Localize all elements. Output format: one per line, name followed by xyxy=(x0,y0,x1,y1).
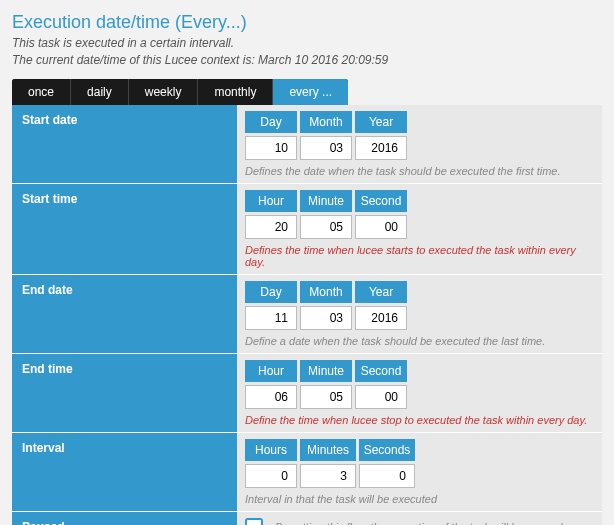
panel-subtitle-1: This task is executed in a certain inter… xyxy=(12,35,602,52)
interval-minutes-input[interactable] xyxy=(300,464,356,488)
row-end-date: End date Day Month Year Define a date wh… xyxy=(12,274,602,353)
hint-end-time: Define the time when lucee stop to execu… xyxy=(245,414,594,426)
hdr-minute: Minute xyxy=(300,190,352,212)
tab-weekly[interactable]: weekly xyxy=(129,79,199,105)
start-date-month-input[interactable] xyxy=(300,136,352,160)
label-end-date: End date xyxy=(12,274,237,353)
label-interval: Interval xyxy=(12,432,237,511)
tab-once[interactable]: once xyxy=(12,79,71,105)
hdr-day: Day xyxy=(245,111,297,133)
start-date-day-input[interactable] xyxy=(245,136,297,160)
hint-paused: By setting this flag, the execution of t… xyxy=(275,521,565,525)
row-start-date: Start date Day Month Year Defines the da… xyxy=(12,105,602,184)
start-time-hour-input[interactable] xyxy=(245,215,297,239)
start-time-second-input[interactable] xyxy=(355,215,407,239)
hint-interval: Interval in that the task will be execut… xyxy=(245,493,594,505)
label-start-time: Start time xyxy=(12,183,237,274)
row-end-time: End time Hour Minute Second Define the t… xyxy=(12,353,602,432)
end-time-second-input[interactable] xyxy=(355,385,407,409)
hdr-month: Month xyxy=(300,281,352,303)
hdr-hours: Hours xyxy=(245,439,297,461)
hdr-hour: Hour xyxy=(245,360,297,382)
hdr-second: Second xyxy=(355,360,407,382)
hdr-second: Second xyxy=(355,190,407,212)
interval-seconds-input[interactable] xyxy=(359,464,415,488)
hdr-year: Year xyxy=(355,281,407,303)
hdr-seconds: Seconds xyxy=(359,439,415,461)
row-start-time: Start time Hour Minute Second Defines th… xyxy=(12,183,602,274)
start-time-minute-input[interactable] xyxy=(300,215,352,239)
end-date-day-input[interactable] xyxy=(245,306,297,330)
hint-start-date: Defines the date when the task should be… xyxy=(245,165,594,177)
panel-subtitle-2: The current date/time of this Lucee cont… xyxy=(12,52,602,69)
hint-start-time: Defines the time when lucee starts to ex… xyxy=(245,244,594,268)
end-time-minute-input[interactable] xyxy=(300,385,352,409)
end-date-month-input[interactable] xyxy=(300,306,352,330)
form-table: Start date Day Month Year Defines the da… xyxy=(12,105,602,525)
tab-every[interactable]: every ... xyxy=(273,79,348,105)
tab-monthly[interactable]: monthly xyxy=(198,79,273,105)
hdr-minute: Minute xyxy=(300,360,352,382)
row-interval: Interval Hours Minutes Seconds Interval … xyxy=(12,432,602,511)
hdr-year: Year xyxy=(355,111,407,133)
start-date-year-input[interactable] xyxy=(355,136,407,160)
hdr-day: Day xyxy=(245,281,297,303)
end-date-year-input[interactable] xyxy=(355,306,407,330)
hint-end-date: Define a date when the task should be ex… xyxy=(245,335,594,347)
label-paused: Paused xyxy=(12,511,237,525)
label-start-date: Start date xyxy=(12,105,237,184)
end-time-hour-input[interactable] xyxy=(245,385,297,409)
schedule-tabs: once daily weekly monthly every ... xyxy=(12,79,348,105)
paused-checkbox[interactable] xyxy=(245,518,263,525)
tab-daily[interactable]: daily xyxy=(71,79,129,105)
hdr-hour: Hour xyxy=(245,190,297,212)
row-paused: Paused By setting this flag, the executi… xyxy=(12,511,602,525)
hdr-minutes: Minutes xyxy=(300,439,356,461)
interval-hours-input[interactable] xyxy=(245,464,297,488)
config-panel: Execution date/time (Every...) This task… xyxy=(0,0,614,525)
panel-title: Execution date/time (Every...) xyxy=(12,12,602,33)
hdr-month: Month xyxy=(300,111,352,133)
label-end-time: End time xyxy=(12,353,237,432)
